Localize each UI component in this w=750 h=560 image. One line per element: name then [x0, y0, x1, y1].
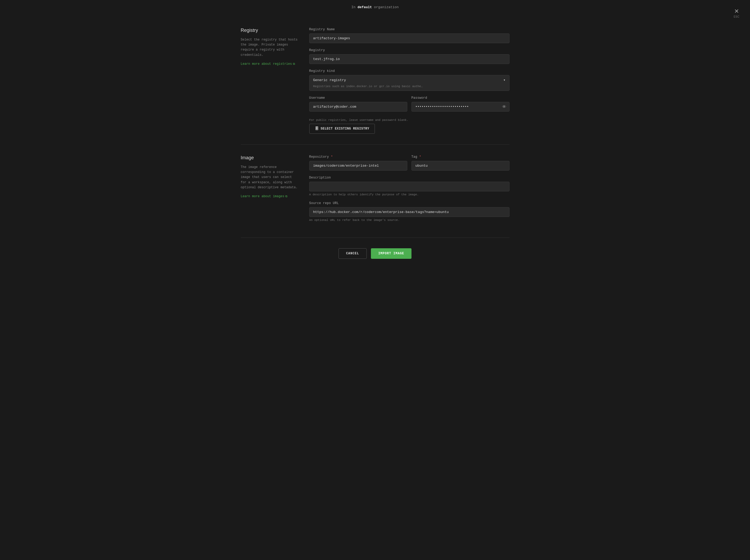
credentials-row: Username Password 👁 — [309, 96, 510, 117]
close-button[interactable]: ✕ ESC — [734, 8, 739, 18]
import-label: IMPORT IMAGE — [378, 252, 404, 255]
tag-required: * — [419, 155, 421, 159]
registry-kind-value: Generic registry — [313, 78, 346, 82]
source-repo-url-hint: An optional URL to refer back to the ima… — [309, 219, 510, 222]
repository-input[interactable] — [309, 161, 407, 171]
chevron-down-icon: ▾ — [504, 78, 506, 82]
image-learn-more-label: Learn more about images — [241, 194, 284, 198]
org-label-text: In — [351, 5, 356, 9]
registry-kind-group: Registry kind Generic registry ▾ Registr… — [309, 69, 510, 91]
registry-learn-more-link[interactable]: Learn more about registries ⧉ — [241, 62, 295, 66]
external-link-icon-image: ⧉ — [285, 195, 288, 198]
source-repo-url-group: Source repo URL An optional URL to refer… — [309, 202, 510, 222]
registry-name-group: Registry Name — [309, 28, 510, 43]
toggle-password-button[interactable]: 👁 — [502, 105, 506, 109]
registry-description: Select the registry that hosts the image… — [241, 37, 299, 58]
password-label: Password — [412, 96, 510, 100]
tag-group: Tag * — [412, 155, 510, 171]
image-description: The image reference corresponding to a c… — [241, 165, 299, 190]
username-input[interactable] — [309, 102, 407, 112]
image-learn-more-link[interactable]: Learn more about images ⧉ — [241, 194, 288, 198]
registry-input[interactable] — [309, 54, 510, 64]
registry-name-label: Registry Name — [309, 28, 510, 31]
tag-label: Tag * — [412, 155, 510, 159]
footer-actions: CANCEL IMPORT IMAGE — [241, 238, 510, 264]
username-label: Username — [309, 96, 407, 100]
registry-group: Registry — [309, 48, 510, 64]
select-existing-registry-button[interactable]: 🗄 SELECT EXISTING REGISTRY — [309, 124, 375, 134]
cancel-label: CANCEL — [346, 252, 359, 255]
description-group: Description A description to help others… — [309, 176, 510, 196]
registry-label: Registry — [309, 48, 510, 52]
repo-tag-row: Repository * Tag * — [309, 155, 510, 176]
esc-label: ESC — [734, 15, 739, 18]
password-input[interactable] — [412, 102, 510, 112]
description-label: Description — [309, 176, 510, 180]
org-suffix: organization — [374, 5, 399, 9]
org-context: In default organization — [241, 0, 510, 17]
select-existing-label: SELECT EXISTING REGISTRY — [321, 127, 369, 130]
tag-input[interactable] — [412, 161, 510, 171]
registry-kind-subtitle: Registries such as index.docker.io or gc… — [310, 85, 509, 90]
cancel-button[interactable]: CANCEL — [338, 248, 367, 259]
registry-name-input[interactable] — [309, 34, 510, 43]
registry-section: Registry Select the registry that hosts … — [241, 17, 510, 145]
import-image-button[interactable]: IMPORT IMAGE — [371, 248, 412, 259]
registry-kind-select-block[interactable]: Generic registry ▾ Registries such as in… — [309, 75, 510, 91]
eye-off-icon: 👁 — [502, 105, 506, 109]
registry-learn-more-label: Learn more about registries — [241, 62, 292, 66]
image-title: Image — [241, 155, 299, 161]
repository-label: Repository * — [309, 155, 407, 159]
credentials-hint: For public registries, leave username an… — [309, 119, 510, 122]
org-name: default — [357, 5, 372, 9]
repository-group: Repository * — [309, 155, 407, 171]
description-input[interactable] — [309, 182, 510, 191]
source-repo-url-input[interactable] — [309, 207, 510, 217]
close-icon: ✕ — [734, 8, 739, 15]
source-repo-url-label: Source repo URL — [309, 202, 510, 205]
image-section-left: Image The image reference corresponding … — [241, 155, 299, 227]
registry-kind-label: Registry kind — [309, 69, 510, 73]
description-hint: A description to help others identify th… — [309, 193, 510, 196]
password-wrapper: 👁 — [412, 102, 510, 112]
external-link-icon: ⧉ — [293, 62, 295, 66]
username-group: Username — [309, 96, 407, 112]
image-section: Image The image reference corresponding … — [241, 145, 510, 238]
image-section-right: Repository * Tag * Description A de — [309, 155, 510, 227]
registry-title: Registry — [241, 28, 299, 33]
password-group: Password 👁 — [412, 96, 510, 112]
repository-required: * — [331, 155, 333, 159]
registry-section-right: Registry Name Registry Registry kind Gen… — [309, 28, 510, 134]
registry-section-left: Registry Select the registry that hosts … — [241, 28, 299, 134]
database-icon: 🗄 — [315, 127, 319, 131]
